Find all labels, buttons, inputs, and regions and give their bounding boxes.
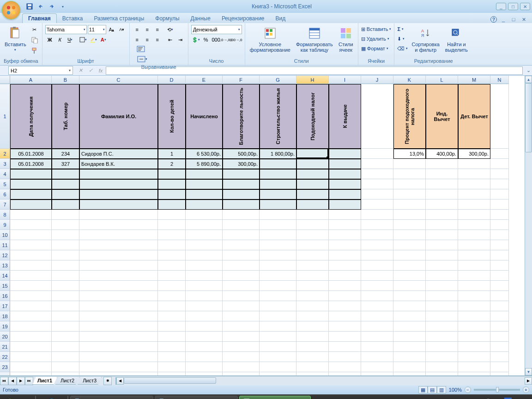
cell-B6[interactable]	[52, 189, 79, 200]
merge-cells-icon[interactable]: ▾	[135, 54, 149, 64]
mdi-minimize-button[interactable]: _	[500, 16, 507, 23]
zoom-in-icon[interactable]: +	[523, 387, 529, 393]
cell-J14[interactable]	[361, 271, 393, 281]
cell-N21[interactable]	[490, 342, 509, 352]
cell-M11[interactable]	[458, 240, 490, 250]
cell-J19[interactable]	[361, 321, 393, 332]
column-header-H[interactable]: H	[296, 76, 329, 84]
cell-M14[interactable]	[458, 271, 490, 281]
cell-F6[interactable]	[223, 189, 260, 200]
wrap-text-icon[interactable]	[135, 44, 146, 54]
cell-K1[interactable]: Процент подоходного налога	[393, 84, 426, 149]
cell-B13[interactable]	[52, 260, 79, 271]
cell-L24[interactable]	[426, 372, 458, 376]
cancel-icon[interactable]: ✕	[75, 67, 85, 73]
row-header-11[interactable]: 11	[0, 240, 10, 250]
cell-H20[interactable]	[296, 332, 329, 342]
cell-K6[interactable]	[393, 189, 426, 200]
cell-L23[interactable]	[426, 362, 458, 372]
quicklaunch-icon[interactable]: 📁	[57, 397, 66, 399]
font-size-combo[interactable]: 11▾	[88, 25, 106, 34]
cell-C14[interactable]	[79, 271, 158, 281]
cell-K24[interactable]	[393, 372, 426, 376]
cell-B12[interactable]	[52, 250, 79, 260]
column-header-N[interactable]: N	[490, 76, 509, 84]
cell-J5[interactable]	[361, 179, 393, 189]
increase-decimal-icon[interactable]: ,0→,00	[222, 35, 231, 44]
increase-font-icon[interactable]: A▴	[107, 25, 116, 34]
cell-F18[interactable]	[223, 311, 260, 321]
cell-F10[interactable]	[223, 230, 260, 240]
cell-D6[interactable]	[158, 189, 186, 200]
cell-A3[interactable]: 05.01.2008	[10, 159, 52, 169]
font-color-icon[interactable]: A▾	[99, 35, 108, 44]
restore-button[interactable]: □	[508, 3, 518, 10]
cell-J22[interactable]	[361, 352, 393, 362]
cell-F22[interactable]	[223, 352, 260, 362]
quicklaunch-icon[interactable]: 🖥	[38, 397, 46, 399]
cell-J21[interactable]	[361, 342, 393, 352]
cell-C11[interactable]	[79, 240, 158, 250]
cell-B20[interactable]	[52, 332, 79, 342]
cell-A10[interactable]	[10, 230, 52, 240]
cell-J3[interactable]	[361, 159, 393, 169]
cell-G23[interactable]	[260, 362, 296, 372]
cell-A4[interactable]	[10, 169, 52, 179]
accounting-format-icon[interactable]: 💲▾	[191, 35, 200, 44]
cell-N13[interactable]	[490, 260, 509, 271]
cell-B18[interactable]	[52, 311, 79, 321]
cell-M18[interactable]	[458, 311, 490, 321]
cell-N2[interactable]	[490, 149, 509, 159]
cell-G2[interactable]: 1 800,00р.	[260, 149, 296, 159]
cell-H19[interactable]	[296, 321, 329, 332]
cell-I1[interactable]: К выдаче	[329, 84, 361, 149]
cell-E23[interactable]	[186, 362, 223, 372]
cell-A18[interactable]	[10, 311, 52, 321]
sheet-tab-Лист2[interactable]: Лист2	[55, 377, 79, 385]
fill-color-icon[interactable]: ▾	[89, 35, 98, 44]
cell-G7[interactable]	[260, 200, 296, 210]
sort-filter-button[interactable]: АЯСортировка и фильтр	[410, 25, 441, 54]
cell-J7[interactable]	[361, 200, 393, 210]
tab-data[interactable]: Данные	[185, 14, 216, 23]
select-all-corner[interactable]	[0, 76, 10, 84]
cell-G6[interactable]	[260, 189, 296, 200]
cell-E2[interactable]: 6 530,00р.	[186, 149, 223, 159]
cell-I19[interactable]	[329, 321, 361, 332]
cell-K9[interactable]	[393, 220, 426, 230]
cell-K13[interactable]	[393, 260, 426, 271]
mdi-close-button[interactable]: ✕	[520, 16, 527, 23]
cell-B17[interactable]	[52, 301, 79, 311]
cell-L18[interactable]	[426, 311, 458, 321]
cell-I5[interactable]	[329, 179, 361, 189]
cell-H5[interactable]	[296, 179, 329, 189]
cell-E16[interactable]	[186, 291, 223, 301]
font-name-combo[interactable]: Tahoma▾	[45, 25, 87, 34]
cell-G19[interactable]	[260, 321, 296, 332]
align-center-icon[interactable]: ≡	[143, 35, 152, 44]
cell-K15[interactable]	[393, 281, 426, 291]
insert-cells-button[interactable]: ⊞Вставить▾	[361, 25, 392, 33]
cell-N10[interactable]	[490, 230, 509, 240]
cell-M23[interactable]	[458, 362, 490, 372]
column-header-J[interactable]: J	[361, 76, 393, 84]
fx-icon[interactable]: fx	[96, 68, 106, 73]
cell-M3[interactable]	[458, 159, 490, 169]
cell-B9[interactable]	[52, 220, 79, 230]
cell-M19[interactable]	[458, 321, 490, 332]
cell-E3[interactable]: 5 890,00р.	[186, 159, 223, 169]
cell-G20[interactable]	[260, 332, 296, 342]
cell-F21[interactable]	[223, 342, 260, 352]
cell-J2[interactable]	[361, 149, 393, 159]
cell-K8[interactable]	[393, 210, 426, 220]
cell-E18[interactable]	[186, 311, 223, 321]
cell-H15[interactable]	[296, 281, 329, 291]
cell-K12[interactable]	[393, 250, 426, 260]
column-header-A[interactable]: A	[10, 76, 52, 84]
cell-I4[interactable]	[329, 169, 361, 179]
cell-M22[interactable]	[458, 352, 490, 362]
cell-D18[interactable]	[158, 311, 186, 321]
cell-D9[interactable]	[158, 220, 186, 230]
cell-E21[interactable]	[186, 342, 223, 352]
cell-J9[interactable]	[361, 220, 393, 230]
